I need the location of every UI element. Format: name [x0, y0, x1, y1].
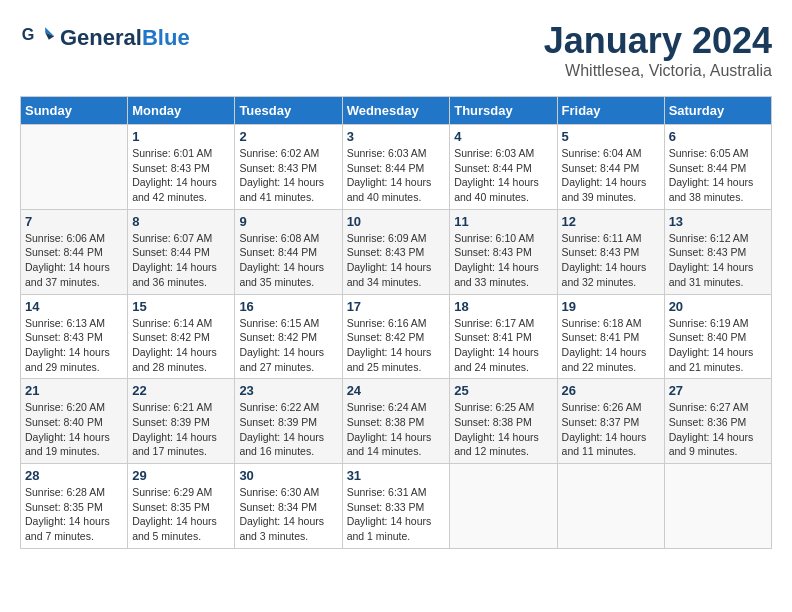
- day-number: 17: [347, 299, 446, 314]
- day-number: 19: [562, 299, 660, 314]
- week-row-4: 21Sunrise: 6:20 AM Sunset: 8:40 PM Dayli…: [21, 379, 772, 464]
- calendar-cell: 2Sunrise: 6:02 AM Sunset: 8:43 PM Daylig…: [235, 125, 342, 210]
- day-info: Sunrise: 6:26 AM Sunset: 8:37 PM Dayligh…: [562, 400, 660, 459]
- calendar-cell: 17Sunrise: 6:16 AM Sunset: 8:42 PM Dayli…: [342, 294, 450, 379]
- calendar-cell: [664, 464, 771, 549]
- day-number: 16: [239, 299, 337, 314]
- day-info: Sunrise: 6:12 AM Sunset: 8:43 PM Dayligh…: [669, 231, 767, 290]
- week-row-1: 1Sunrise: 6:01 AM Sunset: 8:43 PM Daylig…: [21, 125, 772, 210]
- day-info: Sunrise: 6:24 AM Sunset: 8:38 PM Dayligh…: [347, 400, 446, 459]
- day-number: 29: [132, 468, 230, 483]
- day-number: 2: [239, 129, 337, 144]
- calendar-cell: 24Sunrise: 6:24 AM Sunset: 8:38 PM Dayli…: [342, 379, 450, 464]
- day-number: 1: [132, 129, 230, 144]
- day-info: Sunrise: 6:16 AM Sunset: 8:42 PM Dayligh…: [347, 316, 446, 375]
- day-number: 21: [25, 383, 123, 398]
- calendar-cell: [21, 125, 128, 210]
- calendar-cell: 21Sunrise: 6:20 AM Sunset: 8:40 PM Dayli…: [21, 379, 128, 464]
- svg-text:G: G: [22, 25, 35, 43]
- month-title: January 2024: [544, 20, 772, 62]
- day-number: 10: [347, 214, 446, 229]
- calendar-cell: [557, 464, 664, 549]
- calendar-cell: 14Sunrise: 6:13 AM Sunset: 8:43 PM Dayli…: [21, 294, 128, 379]
- day-info: Sunrise: 6:25 AM Sunset: 8:38 PM Dayligh…: [454, 400, 552, 459]
- calendar-cell: 7Sunrise: 6:06 AM Sunset: 8:44 PM Daylig…: [21, 209, 128, 294]
- day-number: 31: [347, 468, 446, 483]
- day-info: Sunrise: 6:10 AM Sunset: 8:43 PM Dayligh…: [454, 231, 552, 290]
- calendar-cell: 22Sunrise: 6:21 AM Sunset: 8:39 PM Dayli…: [128, 379, 235, 464]
- day-info: Sunrise: 6:15 AM Sunset: 8:42 PM Dayligh…: [239, 316, 337, 375]
- day-info: Sunrise: 6:21 AM Sunset: 8:39 PM Dayligh…: [132, 400, 230, 459]
- day-info: Sunrise: 6:06 AM Sunset: 8:44 PM Dayligh…: [25, 231, 123, 290]
- calendar-cell: 30Sunrise: 6:30 AM Sunset: 8:34 PM Dayli…: [235, 464, 342, 549]
- day-number: 4: [454, 129, 552, 144]
- calendar-cell: 4Sunrise: 6:03 AM Sunset: 8:44 PM Daylig…: [450, 125, 557, 210]
- day-number: 25: [454, 383, 552, 398]
- day-info: Sunrise: 6:02 AM Sunset: 8:43 PM Dayligh…: [239, 146, 337, 205]
- calendar-cell: 31Sunrise: 6:31 AM Sunset: 8:33 PM Dayli…: [342, 464, 450, 549]
- day-number: 15: [132, 299, 230, 314]
- calendar-cell: 9Sunrise: 6:08 AM Sunset: 8:44 PM Daylig…: [235, 209, 342, 294]
- calendar-cell: 19Sunrise: 6:18 AM Sunset: 8:41 PM Dayli…: [557, 294, 664, 379]
- day-info: Sunrise: 6:31 AM Sunset: 8:33 PM Dayligh…: [347, 485, 446, 544]
- day-number: 24: [347, 383, 446, 398]
- header-day-monday: Monday: [128, 97, 235, 125]
- day-number: 12: [562, 214, 660, 229]
- calendar-table: SundayMondayTuesdayWednesdayThursdayFrid…: [20, 96, 772, 549]
- logo-icon: G: [20, 20, 56, 56]
- day-info: Sunrise: 6:07 AM Sunset: 8:44 PM Dayligh…: [132, 231, 230, 290]
- week-row-3: 14Sunrise: 6:13 AM Sunset: 8:43 PM Dayli…: [21, 294, 772, 379]
- day-number: 28: [25, 468, 123, 483]
- day-info: Sunrise: 6:29 AM Sunset: 8:35 PM Dayligh…: [132, 485, 230, 544]
- location: Whittlesea, Victoria, Australia: [544, 62, 772, 80]
- calendar-body: 1Sunrise: 6:01 AM Sunset: 8:43 PM Daylig…: [21, 125, 772, 549]
- day-number: 14: [25, 299, 123, 314]
- day-number: 8: [132, 214, 230, 229]
- day-info: Sunrise: 6:19 AM Sunset: 8:40 PM Dayligh…: [669, 316, 767, 375]
- calendar-cell: 20Sunrise: 6:19 AM Sunset: 8:40 PM Dayli…: [664, 294, 771, 379]
- logo: G GeneralBlue: [20, 20, 190, 56]
- day-info: Sunrise: 6:20 AM Sunset: 8:40 PM Dayligh…: [25, 400, 123, 459]
- day-number: 13: [669, 214, 767, 229]
- day-number: 11: [454, 214, 552, 229]
- title-block: January 2024 Whittlesea, Victoria, Austr…: [544, 20, 772, 80]
- calendar-cell: 11Sunrise: 6:10 AM Sunset: 8:43 PM Dayli…: [450, 209, 557, 294]
- calendar-cell: 10Sunrise: 6:09 AM Sunset: 8:43 PM Dayli…: [342, 209, 450, 294]
- week-row-2: 7Sunrise: 6:06 AM Sunset: 8:44 PM Daylig…: [21, 209, 772, 294]
- day-info: Sunrise: 6:30 AM Sunset: 8:34 PM Dayligh…: [239, 485, 337, 544]
- header-day-tuesday: Tuesday: [235, 97, 342, 125]
- calendar-cell: 25Sunrise: 6:25 AM Sunset: 8:38 PM Dayli…: [450, 379, 557, 464]
- calendar-cell: 26Sunrise: 6:26 AM Sunset: 8:37 PM Dayli…: [557, 379, 664, 464]
- day-number: 27: [669, 383, 767, 398]
- calendar-cell: 15Sunrise: 6:14 AM Sunset: 8:42 PM Dayli…: [128, 294, 235, 379]
- day-info: Sunrise: 6:18 AM Sunset: 8:41 PM Dayligh…: [562, 316, 660, 375]
- calendar-cell: 27Sunrise: 6:27 AM Sunset: 8:36 PM Dayli…: [664, 379, 771, 464]
- header-day-thursday: Thursday: [450, 97, 557, 125]
- calendar-cell: 12Sunrise: 6:11 AM Sunset: 8:43 PM Dayli…: [557, 209, 664, 294]
- week-row-5: 28Sunrise: 6:28 AM Sunset: 8:35 PM Dayli…: [21, 464, 772, 549]
- day-info: Sunrise: 6:17 AM Sunset: 8:41 PM Dayligh…: [454, 316, 552, 375]
- day-info: Sunrise: 6:01 AM Sunset: 8:43 PM Dayligh…: [132, 146, 230, 205]
- header-day-wednesday: Wednesday: [342, 97, 450, 125]
- calendar-cell: 3Sunrise: 6:03 AM Sunset: 8:44 PM Daylig…: [342, 125, 450, 210]
- day-number: 20: [669, 299, 767, 314]
- calendar-cell: [450, 464, 557, 549]
- calendar-cell: 13Sunrise: 6:12 AM Sunset: 8:43 PM Dayli…: [664, 209, 771, 294]
- calendar-header-row: SundayMondayTuesdayWednesdayThursdayFrid…: [21, 97, 772, 125]
- day-number: 9: [239, 214, 337, 229]
- calendar-cell: 16Sunrise: 6:15 AM Sunset: 8:42 PM Dayli…: [235, 294, 342, 379]
- header-day-saturday: Saturday: [664, 97, 771, 125]
- calendar-cell: 28Sunrise: 6:28 AM Sunset: 8:35 PM Dayli…: [21, 464, 128, 549]
- day-number: 26: [562, 383, 660, 398]
- calendar-cell: 8Sunrise: 6:07 AM Sunset: 8:44 PM Daylig…: [128, 209, 235, 294]
- day-number: 30: [239, 468, 337, 483]
- header-day-sunday: Sunday: [21, 97, 128, 125]
- day-number: 23: [239, 383, 337, 398]
- calendar-cell: 23Sunrise: 6:22 AM Sunset: 8:39 PM Dayli…: [235, 379, 342, 464]
- day-number: 7: [25, 214, 123, 229]
- day-info: Sunrise: 6:11 AM Sunset: 8:43 PM Dayligh…: [562, 231, 660, 290]
- day-number: 18: [454, 299, 552, 314]
- day-info: Sunrise: 6:22 AM Sunset: 8:39 PM Dayligh…: [239, 400, 337, 459]
- day-info: Sunrise: 6:13 AM Sunset: 8:43 PM Dayligh…: [25, 316, 123, 375]
- day-info: Sunrise: 6:03 AM Sunset: 8:44 PM Dayligh…: [454, 146, 552, 205]
